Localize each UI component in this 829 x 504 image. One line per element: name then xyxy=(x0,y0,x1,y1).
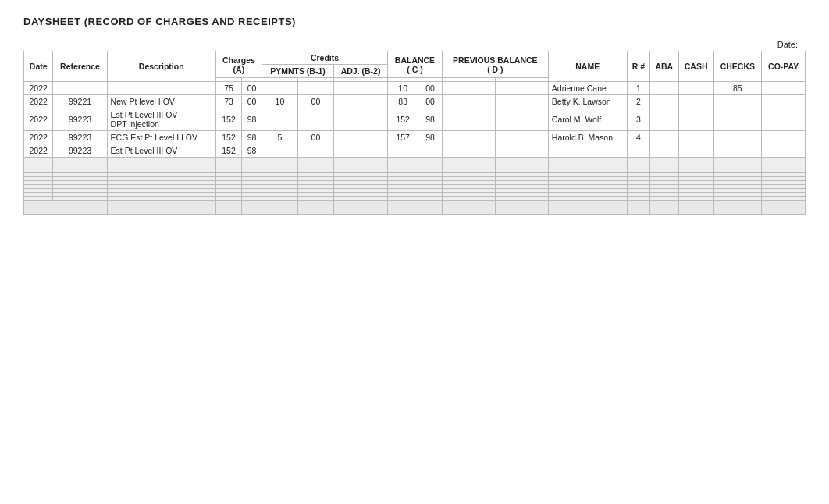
cell-bal-d: 83 xyxy=(388,95,418,108)
col-r-hash: R # xyxy=(627,51,649,82)
cell-prev-c xyxy=(495,131,548,144)
cell-bal-d: 157 xyxy=(388,131,418,144)
col-prev-balance: PREVIOUS BALANCE ( D ) xyxy=(442,51,548,78)
cell-r: 4 xyxy=(627,131,649,144)
cell-desc: Est Pt Level III OVDPT injection xyxy=(107,108,215,131)
cell-r xyxy=(627,144,649,158)
cell-copay xyxy=(762,82,806,95)
col-adj: ADJ. (B-2) xyxy=(333,65,387,78)
cell-copay xyxy=(762,144,806,158)
cell-adj-d xyxy=(333,95,361,108)
table-row: 2022 99221 New Pt level I OV 73 00 10 00… xyxy=(24,95,806,108)
cell-date: 2022 xyxy=(24,131,53,144)
cell-prev-d xyxy=(442,82,495,95)
cell-adj-d xyxy=(333,82,361,95)
col-name: NAME xyxy=(548,51,627,82)
cell-adj-c xyxy=(361,144,388,158)
cell-name: Betty K. Lawson xyxy=(548,95,627,108)
cell-r: 2 xyxy=(627,95,649,108)
cell-adj-c xyxy=(361,82,388,95)
cell-pym-d: 10 xyxy=(262,95,297,108)
cell-copay xyxy=(762,131,806,144)
cell-aba xyxy=(649,82,678,95)
cell-copay xyxy=(762,95,806,108)
cell-prev-d xyxy=(442,108,495,131)
col-aba: ABA xyxy=(649,51,678,82)
cell-charge-d: 75 xyxy=(215,82,241,95)
cell-charge-c: 00 xyxy=(242,95,262,108)
cell-date: 2022 xyxy=(24,144,53,158)
page-container: DAYSHEET (RECORD OF CHARGES AND RECEIPTS… xyxy=(0,0,829,230)
cell-pym-d: 5 xyxy=(262,131,297,144)
col-date: Date xyxy=(24,51,53,82)
cell-checks xyxy=(713,108,762,131)
cell-checks xyxy=(713,131,762,144)
cell-pym-c: 00 xyxy=(297,95,333,108)
col-copay: CO-PAY xyxy=(762,51,806,82)
date-line: Date: xyxy=(23,40,806,49)
totals-row xyxy=(24,201,806,215)
cell-adj-c xyxy=(361,108,388,131)
cell-bal-c: 98 xyxy=(418,108,443,131)
cell-bal-c: 00 xyxy=(418,82,443,95)
table-row: 2022 99223 ECG Est Pt Level III OV 152 9… xyxy=(24,131,806,144)
cell-checks xyxy=(713,95,762,108)
cell-r: 1 xyxy=(627,82,649,95)
daysheet-table: Date Reference Description Charges (A) C… xyxy=(23,51,806,215)
cell-bal-c xyxy=(418,144,443,158)
cell-aba xyxy=(649,144,678,158)
cell-name xyxy=(548,144,627,158)
cell-charge-c: 98 xyxy=(242,108,262,131)
cell-charge-d: 152 xyxy=(215,131,241,144)
col-cash: CASH xyxy=(678,51,713,82)
cell-prev-d xyxy=(442,144,495,158)
cell-bal-d xyxy=(388,144,418,158)
col-credits: Credits xyxy=(262,51,387,65)
cell-date: 2022 xyxy=(24,108,53,131)
cell-bal-c: 98 xyxy=(418,131,443,144)
cell-aba xyxy=(649,108,678,131)
cell-pym-c: 00 xyxy=(297,131,333,144)
cell-pym-c xyxy=(297,144,333,158)
cell-name: Adrienne Cane xyxy=(548,82,627,95)
cell-pym-d xyxy=(262,144,297,158)
cell-bal-d: 10 xyxy=(388,82,418,95)
col-description: Description xyxy=(107,51,215,82)
cell-checks xyxy=(713,144,762,158)
cell-adj-d xyxy=(333,108,361,131)
cell-date: 2022 xyxy=(24,95,53,108)
col-reference: Reference xyxy=(53,51,107,82)
cell-charge-d: 152 xyxy=(215,108,241,131)
cell-checks: 85 xyxy=(713,82,762,95)
cell-cash xyxy=(678,108,713,131)
cell-ref: 99221 xyxy=(53,95,107,108)
col-charges: Charges (A) xyxy=(215,51,262,78)
cell-cash xyxy=(678,144,713,158)
cell-cash xyxy=(678,95,713,108)
cell-cash xyxy=(678,131,713,144)
cell-date: 2022 xyxy=(24,82,53,95)
col-checks: CHECKS xyxy=(713,51,762,82)
cell-ref: 99223 xyxy=(53,144,107,158)
cell-desc xyxy=(107,82,215,95)
table-row: 2022 75 00 10 00 Adrienne Cane 1 85 xyxy=(24,82,806,95)
table-row: 2022 99223 Est Pt Level III OVDPT inject… xyxy=(24,108,806,131)
cell-charge-c: 00 xyxy=(242,82,262,95)
cell-prev-c xyxy=(495,82,548,95)
header-row-1: Date Reference Description Charges (A) C… xyxy=(24,51,806,65)
cell-bal-d: 152 xyxy=(388,108,418,131)
page-title: DAYSHEET (RECORD OF CHARGES AND RECEIPTS… xyxy=(23,16,806,27)
cell-name: Carol M. Wolf xyxy=(548,108,627,131)
cell-charge-c: 98 xyxy=(242,131,262,144)
cell-ref: 99223 xyxy=(53,108,107,131)
cell-bal-c: 00 xyxy=(418,95,443,108)
col-pymnts: PYMNTS (B-1) xyxy=(262,65,333,78)
cell-cash xyxy=(678,82,713,95)
cell-adj-d xyxy=(333,144,361,158)
cell-ref: 99223 xyxy=(53,131,107,144)
cell-pym-c xyxy=(297,82,333,95)
cell-aba xyxy=(649,95,678,108)
cell-prev-d xyxy=(442,95,495,108)
cell-charge-d: 152 xyxy=(215,144,241,158)
cell-ref xyxy=(53,82,107,95)
